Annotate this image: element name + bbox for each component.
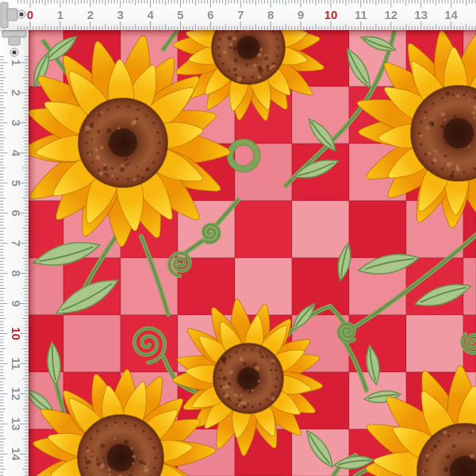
- disc-speckle: [120, 167, 125, 172]
- disc-speckle: [443, 466, 448, 471]
- disc-speckle: [452, 119, 455, 121]
- disc-seed-dot: [275, 55, 278, 58]
- disc-seed-dot: [441, 96, 444, 99]
- disc-speckle: [229, 370, 233, 374]
- disc-seed-dot: [105, 424, 108, 428]
- disc-speckle: [101, 111, 103, 113]
- disc-speckle: [221, 358, 226, 363]
- top-tape-number: 9: [298, 8, 304, 21]
- disc-speckle: [257, 380, 259, 382]
- disc-seed-dot: [136, 108, 140, 111]
- disc-speckle: [123, 156, 128, 161]
- top-tape-number: 10: [324, 8, 338, 21]
- disc-seed-dot: [156, 152, 159, 155]
- fabric-print: [0, 0, 476, 476]
- disc-speckle: [243, 362, 246, 365]
- disc-speckle: [236, 77, 241, 82]
- disc-seed-dot: [266, 398, 269, 401]
- disc-seed-dot: [145, 113, 148, 117]
- disc-speckle: [139, 460, 144, 465]
- disc-speckle: [247, 366, 250, 369]
- disc-seed-dot: [259, 351, 262, 354]
- disc-seed-dot: [148, 437, 152, 440]
- top-tape-number: 14: [444, 8, 458, 21]
- disc-seed-dot: [458, 432, 461, 435]
- disc-speckle: [472, 111, 475, 114]
- disc-speckle: [264, 56, 268, 60]
- disc-speckle: [432, 123, 435, 126]
- disc-seed-dot: [145, 169, 148, 172]
- disc-speckle: [253, 63, 256, 67]
- disc-speckle: [243, 401, 248, 406]
- disc-speckle: [144, 468, 149, 473]
- disc-seed-dot: [223, 393, 226, 396]
- disc-speckle: [465, 90, 467, 93]
- disc-speckle: [92, 451, 94, 453]
- disc-speckle: [471, 430, 474, 433]
- top-tape-number: 2: [87, 8, 94, 21]
- disc-speckle: [445, 91, 450, 96]
- disc-speckle: [259, 48, 263, 52]
- disc-seed-dot: [463, 171, 466, 174]
- top-measuring-tape: 01234567891011121314: [0, 0, 476, 30]
- top-tape-number: 11: [355, 8, 367, 21]
- disc-seed-dot: [154, 456, 157, 459]
- disc-seed-dot: [259, 403, 262, 406]
- disc-speckle: [441, 112, 445, 116]
- disc-speckle: [107, 129, 112, 133]
- left-tape-number: 7: [10, 240, 23, 247]
- disc-speckle: [474, 117, 476, 119]
- disc-speckle: [447, 162, 451, 167]
- disc-speckle: [258, 68, 263, 73]
- top-tape-number: 12: [384, 8, 397, 21]
- flower-center-hole: [443, 118, 474, 148]
- disc-seed-dot: [267, 69, 270, 72]
- disc-seed-dot: [274, 385, 278, 388]
- disc-seed-dot: [156, 131, 159, 134]
- disc-seed-dot: [235, 351, 238, 354]
- disc-speckle: [229, 42, 232, 45]
- disc-speckle: [428, 152, 432, 155]
- disc-speckle: [223, 50, 227, 54]
- disc-speckle: [266, 65, 270, 69]
- disc-seed-dot: [424, 111, 428, 114]
- flower-center-hole: [237, 367, 259, 390]
- disc-seed-dot: [153, 447, 156, 450]
- disc-seed-dot: [85, 141, 88, 144]
- disc-speckle: [443, 430, 447, 434]
- disc-seed-dot: [259, 74, 263, 77]
- disc-speckle: [420, 134, 423, 137]
- disc-speckle: [223, 386, 226, 389]
- disc-speckle: [225, 385, 229, 389]
- disc-seed-dot: [432, 161, 435, 164]
- left-tape-number: 11: [10, 358, 23, 370]
- disc-speckle: [470, 454, 474, 459]
- disc-speckle: [223, 376, 228, 381]
- disc-seed-dot: [158, 141, 161, 144]
- disc-seed-dot: [91, 161, 94, 164]
- disc-seed-dot: [275, 377, 278, 380]
- disc-seed-dot: [228, 398, 232, 401]
- disc-speckle: [108, 144, 110, 146]
- disc-seed-dot: [271, 362, 274, 365]
- disc-seed-dot: [152, 161, 155, 164]
- disc-speckle: [117, 127, 121, 130]
- disc-speckle: [121, 163, 124, 167]
- disc-seed-dot: [86, 131, 90, 134]
- disc-seed-dot: [228, 69, 231, 72]
- flower-center-hole: [236, 36, 259, 59]
- left-measuring-tape: 1234567891011121314: [0, 0, 29, 476]
- disc-speckle: [100, 146, 104, 150]
- disc-speckle: [422, 470, 424, 473]
- disc-speckle: [424, 116, 426, 118]
- disc-seed-dot: [451, 171, 455, 174]
- disc-speckle: [90, 456, 92, 458]
- disc-seed-dot: [218, 55, 221, 58]
- disc-speckle: [99, 171, 103, 175]
- disc-speckle: [433, 444, 437, 448]
- disc-speckle: [132, 455, 136, 459]
- disc-speckle: [94, 148, 98, 152]
- disc-speckle: [251, 364, 254, 367]
- disc-speckle: [133, 120, 137, 124]
- disc-speckle: [85, 126, 90, 131]
